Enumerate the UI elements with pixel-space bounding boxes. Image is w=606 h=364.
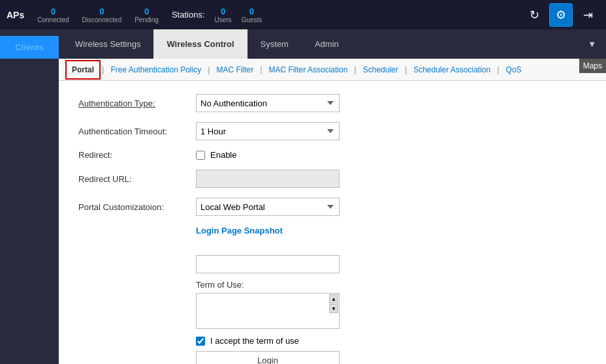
accept-row: I accept the term of use <box>196 336 586 346</box>
connected-count: 0 <box>51 7 56 16</box>
guests-section: 0 Guests <box>242 7 263 23</box>
auth-timeout-row: Authentication Timeout: 1 Hour 2 Hours 4… <box>78 122 586 140</box>
subtab-mac-filter-assoc[interactable]: MAC Filter Association <box>264 61 353 78</box>
redirect-checkbox-group: Enable <box>196 150 236 160</box>
aps-label: APs <box>7 10 24 20</box>
portal-custom-select[interactable]: Local Web Portal External Web Portal <box>196 198 340 216</box>
tab-bar: Wireless Settings Wireless Control Syste… <box>59 29 606 59</box>
subtab-portal[interactable]: Portal <box>65 60 101 80</box>
disconnected-count: 0 <box>99 7 104 16</box>
users-section: 0 Users <box>215 7 232 23</box>
accept-checkbox[interactable] <box>196 337 205 346</box>
term-of-use-section: Term of Use: ▲ ▼ I accept the term of us… <box>196 280 586 364</box>
clients-label: Clients <box>15 42 43 52</box>
subtab-free-auth-policy[interactable]: Free Authentication Policy <box>105 61 206 78</box>
pending-count: 0 <box>144 7 149 16</box>
tab-system[interactable]: System <box>247 29 302 59</box>
maps-label[interactable]: Maps <box>579 59 606 73</box>
term-textarea-wrapper: ▲ ▼ <box>196 293 340 331</box>
connected-section: 0 Connected <box>37 7 69 23</box>
layout: Clients Wireless Settings Wireless Contr… <box>0 29 606 364</box>
tab-dropdown-button[interactable]: ▼ <box>581 33 603 55</box>
scroll-down-button[interactable]: ▼ <box>329 304 338 313</box>
term-of-use-label: Term of Use: <box>196 280 586 290</box>
accept-label: I accept the term of use <box>210 336 299 346</box>
stations-label: Stations: <box>172 10 205 20</box>
sub-tab-bar: Portal | Free Authentication Policy | MA… <box>59 59 606 81</box>
logout-button[interactable]: ⇥ <box>576 3 599 27</box>
stations-section: Stations: 0 Users 0 Guests <box>172 7 262 23</box>
auth-timeout-select[interactable]: 1 Hour 2 Hours 4 Hours 8 Hours 24 Hours <box>196 122 340 140</box>
scroll-up-button[interactable]: ▲ <box>329 294 338 303</box>
redirect-checkbox-label: Enable <box>210 150 236 160</box>
redirect-checkbox[interactable] <box>196 151 205 160</box>
auth-type-row: Authentication Type: No Authentication L… <box>78 94 586 112</box>
redirect-url-input[interactable] <box>196 170 340 188</box>
login-page-snapshot-link[interactable]: Login Page Snapshot <box>196 226 283 235</box>
top-bar-right: ↻ ⚙ ⇥ <box>522 3 599 27</box>
settings-button[interactable]: ⚙ <box>549 3 573 27</box>
disconnected-section: 0 Disconnected <box>82 7 122 23</box>
subtab-scheduler-assoc[interactable]: Scheduler Association <box>408 61 496 78</box>
disconnected-label: Disconnected <box>82 16 122 23</box>
redirect-url-label: Redirect URL: <box>78 174 196 184</box>
top-bar-left: APs 0 Connected 0 Disconnected 0 Pending… <box>7 7 522 23</box>
pending-section: 0 Pending <box>135 7 159 23</box>
portal-custom-label: Portal Customizatoion: <box>78 202 196 212</box>
users-count: 0 <box>221 7 225 16</box>
refresh-button[interactable]: ↻ <box>522 3 546 27</box>
subtab-qos[interactable]: QoS <box>501 61 527 78</box>
snapshot-input[interactable] <box>196 255 340 273</box>
tab-admin[interactable]: Admin <box>302 29 352 59</box>
guests-label: Guests <box>242 16 263 23</box>
users-label: Users <box>215 16 232 23</box>
subtab-scheduler[interactable]: Scheduler <box>358 61 404 78</box>
sidebar-item-clients[interactable]: Clients <box>0 36 59 59</box>
tab-wireless-control[interactable]: Wireless Control <box>153 29 247 59</box>
tab-wireless-settings[interactable]: Wireless Settings <box>62 29 153 59</box>
top-bar: APs 0 Connected 0 Disconnected 0 Pending… <box>0 0 606 29</box>
main-content: Wireless Settings Wireless Control Syste… <box>59 29 606 364</box>
login-button[interactable]: Login <box>196 351 340 364</box>
snapshot-input-wrapper <box>196 255 586 280</box>
auth-type-select[interactable]: No Authentication Local Password RADIUS <box>196 94 340 112</box>
redirect-url-row: Redirect URL: <box>78 170 586 188</box>
pending-label: Pending <box>135 16 159 23</box>
subtab-mac-filter[interactable]: MAC Filter <box>212 61 259 78</box>
content-area: Authentication Type: No Authentication L… <box>59 81 606 364</box>
login-page-snapshot-wrapper: Login Page Snapshot <box>196 226 586 245</box>
auth-type-label: Authentication Type: <box>78 99 196 108</box>
portal-custom-row: Portal Customizatoion: Local Web Portal … <box>78 198 586 216</box>
term-textarea[interactable] <box>196 293 340 329</box>
redirect-row: Redirect: Enable <box>78 150 586 160</box>
sidebar: Clients <box>0 29 59 364</box>
redirect-label: Redirect: <box>78 150 196 160</box>
auth-timeout-label: Authentication Timeout: <box>78 127 196 136</box>
connected-label: Connected <box>37 16 69 23</box>
guests-count: 0 <box>249 7 254 16</box>
textarea-scroll-buttons: ▲ ▼ <box>329 294 338 313</box>
